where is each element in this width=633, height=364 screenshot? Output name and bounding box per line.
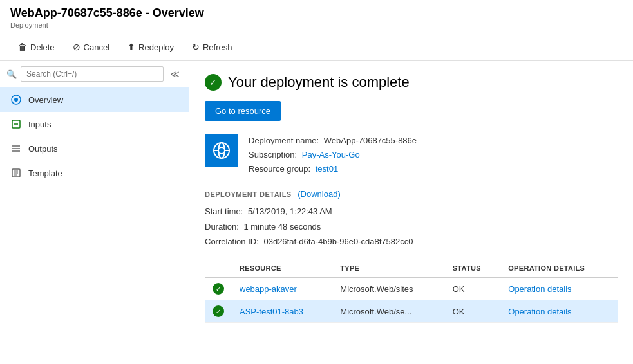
success-icon: ✓ bbox=[205, 74, 222, 91]
search-container: 🔍 ≪ bbox=[0, 61, 189, 87]
sidebar-label-outputs: Outputs bbox=[28, 144, 58, 154]
refresh-button[interactable]: ↻ Refresh bbox=[184, 39, 240, 55]
svg-point-12 bbox=[218, 147, 225, 154]
toolbar: 🗑 Delete ⊘ Cancel ⬆ Redeploy ↻ Refresh bbox=[0, 33, 633, 61]
inputs-icon bbox=[10, 118, 22, 130]
sidebar-label-template: Template bbox=[28, 168, 62, 178]
row2-operation-cell: Operation details bbox=[500, 300, 618, 323]
sidebar: 🔍 ≪ Overview Inputs Outputs bbox=[0, 61, 189, 364]
start-time-line: Start time: 5/13/2019, 1:22:43 AM bbox=[205, 204, 618, 219]
sidebar-item-overview[interactable]: Overview bbox=[0, 87, 189, 112]
sidebar-label-inputs: Inputs bbox=[28, 120, 51, 129]
delete-button[interactable]: 🗑 Delete bbox=[10, 39, 62, 55]
cancel-icon: ⊘ bbox=[73, 42, 80, 52]
resource-table: RESOURCE TYPE STATUS OPERATION DETAILS ✓… bbox=[205, 259, 618, 323]
sidebar-item-template[interactable]: Template bbox=[0, 161, 189, 185]
row2-status-icon-cell: ✓ bbox=[205, 300, 232, 323]
row2-resource-link[interactable]: ASP-test01-8ab3 bbox=[240, 307, 303, 316]
deployment-details-label: DEPLOYMENT DETAILS (Download) bbox=[205, 189, 618, 199]
row1-operation-cell: Operation details bbox=[500, 278, 618, 300]
row2-status-cell: OK bbox=[445, 300, 501, 323]
table-row: ✓ webapp-akaver Microsoft.Web/sites OK O… bbox=[205, 278, 618, 300]
sidebar-label-overview: Overview bbox=[28, 95, 63, 105]
cancel-button[interactable]: ⊘ Cancel bbox=[65, 39, 117, 55]
th-operation: OPERATION DETAILS bbox=[500, 259, 618, 278]
duration-value: 1 minute 48 seconds bbox=[243, 222, 321, 232]
deployment-complete-header: ✓ Your deployment is complete bbox=[205, 74, 618, 91]
go-to-resource-button[interactable]: Go to resource bbox=[205, 101, 281, 121]
deployment-icon bbox=[205, 134, 238, 167]
th-type: TYPE bbox=[332, 259, 444, 278]
svg-point-15 bbox=[218, 143, 225, 158]
row1-type-cell: Microsoft.Web/sites bbox=[332, 278, 444, 300]
row2-success-icon: ✓ bbox=[213, 305, 224, 317]
start-time-value: 5/13/2019, 1:22:43 AM bbox=[248, 206, 332, 216]
row1-operation-link[interactable]: Operation details bbox=[508, 284, 571, 294]
sidebar-item-outputs[interactable]: Outputs bbox=[0, 136, 189, 161]
table-row: ✓ ASP-test01-8ab3 Microsoft.Web/se... OK… bbox=[205, 300, 618, 323]
header: WebApp-70687c55-886e - Overview Deployme… bbox=[0, 0, 633, 33]
correlation-id-line: Correlation ID: 03d26faf-d6fa-4b9b-96e0-… bbox=[205, 234, 618, 249]
overview-icon bbox=[10, 94, 22, 105]
row1-success-icon: ✓ bbox=[213, 283, 224, 295]
refresh-icon: ↻ bbox=[192, 42, 200, 52]
redeploy-icon: ⬆ bbox=[128, 42, 135, 52]
subscription-line: Subscription: Pay-As-You-Go bbox=[249, 148, 417, 162]
row2-type-cell: Microsoft.Web/se... bbox=[332, 300, 444, 323]
redeploy-button[interactable]: ⬆ Redeploy bbox=[120, 39, 182, 55]
page-title: WebApp-70687c55-886e - Overview bbox=[10, 6, 623, 20]
resource-group-link[interactable]: test01 bbox=[316, 164, 338, 174]
row1-status-cell: OK bbox=[445, 278, 501, 300]
outputs-icon bbox=[10, 143, 22, 154]
template-icon bbox=[10, 167, 22, 179]
delete-icon: 🗑 bbox=[18, 42, 27, 52]
deployment-name-value: WebApp-70687c55-886e bbox=[324, 136, 417, 145]
search-icon: 🔍 bbox=[6, 69, 17, 79]
row1-resource-cell: webapp-akaver bbox=[232, 278, 332, 300]
th-status: STATUS bbox=[445, 259, 501, 278]
table-header-row: RESOURCE TYPE STATUS OPERATION DETAILS bbox=[205, 259, 618, 278]
deployment-complete-text: Your deployment is complete bbox=[228, 74, 410, 91]
collapse-button[interactable]: ≪ bbox=[167, 68, 182, 80]
th-resource bbox=[205, 259, 232, 278]
th-resource-label: RESOURCE bbox=[232, 259, 332, 278]
page-subtitle: Deployment bbox=[10, 21, 623, 29]
search-input[interactable] bbox=[21, 66, 164, 82]
row2-operation-link[interactable]: Operation details bbox=[508, 307, 571, 316]
subscription-link[interactable]: Pay-As-You-Go bbox=[302, 150, 360, 159]
main-layout: 🔍 ≪ Overview Inputs Outputs bbox=[0, 61, 633, 364]
sidebar-item-inputs[interactable]: Inputs bbox=[0, 112, 189, 136]
svg-point-1 bbox=[14, 98, 18, 102]
deployment-info: Deployment name: WebApp-70687c55-886e Su… bbox=[205, 134, 618, 176]
row1-resource-link[interactable]: webapp-akaver bbox=[240, 284, 297, 294]
content-area: ✓ Your deployment is complete Go to reso… bbox=[189, 61, 633, 364]
resource-group-line: Resource group: test01 bbox=[249, 162, 417, 176]
deployment-name-line: Deployment name: WebApp-70687c55-886e bbox=[249, 134, 417, 148]
duration-line: Duration: 1 minute 48 seconds bbox=[205, 219, 618, 234]
deployment-details-text: Deployment name: WebApp-70687c55-886e Su… bbox=[249, 134, 417, 176]
row2-resource-cell: ASP-test01-8ab3 bbox=[232, 300, 332, 323]
download-link[interactable]: (Download) bbox=[298, 189, 340, 199]
correlation-id-value: 03d26faf-d6fa-4b9b-96e0-cda8f7582cc0 bbox=[263, 237, 413, 246]
row1-status-icon-cell: ✓ bbox=[205, 278, 232, 300]
